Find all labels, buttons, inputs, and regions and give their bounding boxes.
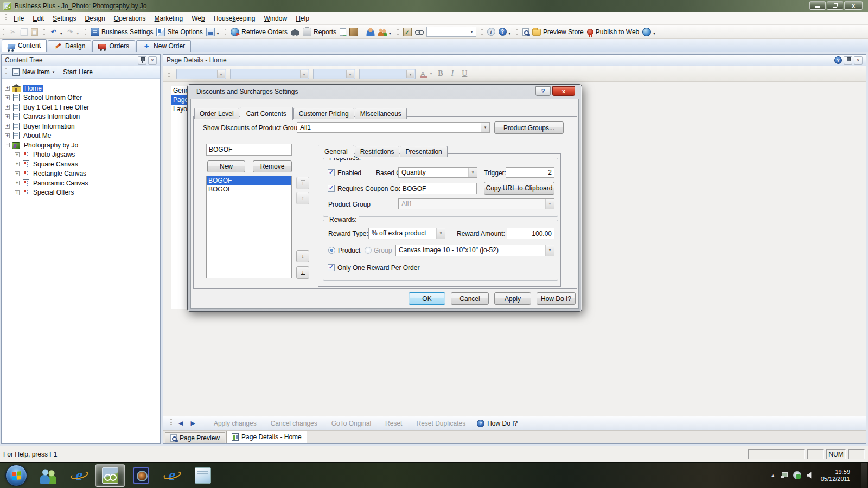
tree-item[interactable]: +Special Offers [2, 188, 160, 198]
reward-type-combobox[interactable]: % off extra product ▾ [368, 228, 445, 239]
tree-item[interactable]: +Canvas Information [2, 112, 160, 122]
panel-close-button[interactable]: × [148, 56, 157, 65]
how-do-i?-button[interactable]: How Do I? [537, 292, 576, 305]
menu-window[interactable]: Window [259, 13, 291, 24]
menu-design[interactable]: Design [80, 13, 109, 24]
remove-discount-button[interactable]: Remove [253, 160, 292, 172]
enabled-checkbox[interactable] [328, 169, 335, 176]
dialog-tab-customer-pricing[interactable]: Customer Pricing [293, 108, 354, 119]
view-button[interactable] [413, 27, 425, 37]
reward-product-combobox[interactable]: Canvas Image 10 - 10"x10" (jo-52) ▾ [395, 245, 554, 256]
dialog-tab-order-level[interactable]: Order Level [194, 108, 239, 119]
business-settings-button[interactable]: Business Settings [89, 27, 155, 37]
pin-button[interactable] [138, 56, 146, 65]
pin-button[interactable] [844, 56, 852, 65]
export-button[interactable] [338, 27, 348, 37]
reward-amount-input[interactable]: 100.00 [507, 228, 554, 239]
expand-icon[interactable]: + [15, 152, 20, 157]
trigger-input[interactable]: 2 [506, 167, 554, 178]
forward-arrow-button[interactable]: ▶ [190, 420, 195, 427]
tab-new-order[interactable]: +New Order [136, 40, 191, 52]
chevron-down-icon[interactable]: ▾ [53, 70, 55, 74]
tab-orders[interactable]: Orders [92, 40, 135, 52]
preview-page-button[interactable] [521, 27, 531, 37]
menu-help[interactable]: Help [291, 13, 314, 24]
page-section-item[interactable]: Layou [171, 105, 188, 114]
web-button[interactable]: ▾ [641, 27, 658, 37]
page-actions-button[interactable]: ▾ [205, 27, 221, 37]
expand-icon[interactable]: + [5, 124, 10, 129]
tree-item[interactable]: +School Unifom Offer [2, 93, 160, 103]
product-radio[interactable] [328, 247, 335, 254]
menu-marketing[interactable]: Marketing [150, 13, 188, 24]
discount-list-item[interactable]: BOGOF [207, 176, 291, 185]
start-button[interactable] [5, 465, 27, 486]
package-button[interactable] [348, 27, 360, 37]
media-icon[interactable] [793, 471, 801, 479]
cancel-button[interactable]: Cancel [451, 292, 489, 305]
reports-button[interactable]: Reports [301, 27, 338, 37]
dialog-tab-miscellaneous[interactable]: Miscellaneous [355, 108, 407, 119]
tree-item[interactable]: +Rectangle Canvas [2, 169, 160, 179]
page-section-item[interactable]: Gener [171, 86, 188, 95]
page-section-item[interactable]: Page [171, 95, 188, 105]
customers-button[interactable]: ▾ [376, 27, 393, 37]
menu-settings[interactable]: Settings [48, 13, 80, 24]
expand-icon[interactable]: + [5, 105, 10, 110]
tree-item[interactable]: +Buyer Information [2, 121, 160, 131]
back-arrow-button[interactable]: ◀ [178, 420, 183, 427]
ok-button[interactable]: OK [409, 292, 445, 305]
tab-content[interactable]: Content [2, 39, 47, 52]
move-to-bottom-button[interactable]: ↓ [296, 266, 309, 279]
doc-tab-page-preview[interactable]: Page Preview [165, 432, 225, 443]
close-button[interactable]: x [844, 1, 863, 10]
move-down-button[interactable]: ↓ [296, 250, 309, 262]
help-button[interactable]: ?▾ [497, 27, 513, 37]
tree-item[interactable]: +Photo Jigsaws [2, 150, 160, 160]
menu-operations[interactable]: Operations [110, 13, 150, 24]
customer-button[interactable] [365, 27, 376, 37]
network-icon[interactable] [781, 472, 788, 478]
inner-tab-general[interactable]: General [318, 145, 354, 158]
taskbar-clock[interactable]: 19:59 05/12/2011 [821, 468, 850, 483]
restore-button[interactable] [827, 1, 843, 10]
tree-item[interactable]: +Buy 1 Get 1 Free Offer [2, 102, 160, 112]
retrieve-orders-button[interactable]: Retrieve Orders [229, 27, 289, 37]
inner-tab-presentation[interactable]: Presentation [400, 146, 447, 157]
hidden-icons-button[interactable]: ▲ [771, 473, 775, 478]
tree-item[interactable]: +Home [2, 84, 160, 93]
discount-list-item[interactable]: BOGOF [207, 185, 291, 194]
help-icon[interactable]: ? [834, 56, 842, 64]
tree-item[interactable]: −Photography by Jo [2, 140, 160, 150]
new-item-button[interactable]: New Item [22, 68, 50, 76]
coupon-code-input[interactable]: BOGOF [400, 183, 477, 194]
taskbar-photo-viewer-button[interactable] [126, 464, 156, 487]
expand-icon[interactable]: + [5, 95, 10, 100]
find-orders-button[interactable] [289, 27, 301, 37]
how-do-i-button[interactable]: ? How Do I? [473, 420, 518, 427]
copy-url-button[interactable]: Copy URL to Clipboard [484, 182, 554, 195]
show-desktop-button[interactable] [861, 463, 867, 488]
panel-close-button[interactable]: × [854, 56, 863, 65]
tasks-button[interactable]: ✓ [401, 27, 413, 37]
discounts-listbox[interactable]: BOGOFBOGOF [206, 176, 292, 278]
tree-item[interactable]: +About Me [2, 131, 160, 141]
inner-tab-restrictions[interactable]: Restrictions [355, 146, 400, 157]
undo-button[interactable]: ↶▾ [48, 27, 65, 37]
dialog-tab-cart-contents[interactable]: Cart Contents [240, 107, 293, 120]
menu-file[interactable]: File [9, 13, 28, 24]
requires-coupon-checkbox[interactable] [328, 185, 335, 192]
expand-icon[interactable]: + [15, 190, 20, 195]
discount-name-input[interactable]: BOGOF [206, 144, 292, 156]
menu-edit[interactable]: Edit [28, 13, 48, 24]
tree-item[interactable]: +Square Canvas [2, 159, 160, 169]
product-groups-button[interactable]: Product Groups... [494, 121, 564, 134]
preview-store-button[interactable]: Preview Store [531, 27, 585, 37]
based-on-combobox[interactable]: Quantity ▾ [398, 167, 477, 178]
info-button[interactable]: i [486, 27, 497, 37]
taskbar-notepad-button[interactable] [188, 464, 218, 487]
expand-icon[interactable]: + [15, 171, 20, 176]
minimize-button[interactable] [809, 1, 826, 10]
volume-icon[interactable] [807, 472, 813, 479]
new-discount-button[interactable]: New [207, 160, 245, 172]
